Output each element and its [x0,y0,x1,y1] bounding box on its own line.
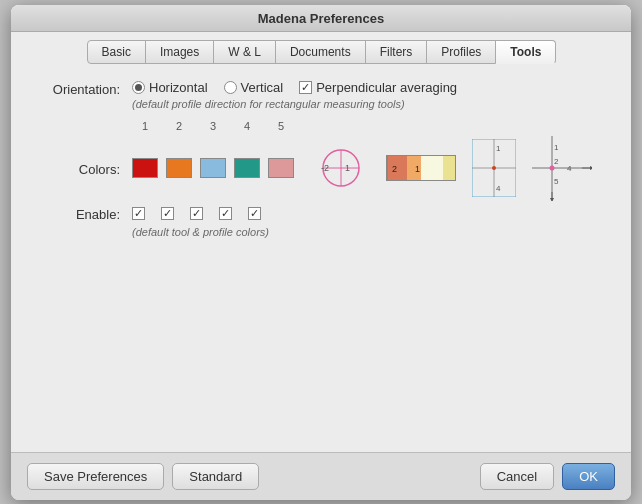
svg-text:4: 4 [496,184,501,193]
vertical-radio-circle[interactable] [224,81,237,94]
small-cross-svg: 1 4 [472,139,516,197]
bar-preview: 2 1 [386,155,456,181]
svg-text:1: 1 [554,143,559,152]
perpendicular-label: Perpendicular averaging [316,80,457,95]
colors-main: 1 2 3 4 5 [132,120,294,134]
circle-preview: -2 1 [310,143,370,193]
color-numbers-row: 1 2 3 4 5 [132,120,294,132]
color-swatch-2[interactable] [166,158,192,178]
tab-documents[interactable]: Documents [275,40,366,64]
bar-preview-svg: 2 1 [387,155,455,181]
perpendicular-checkbox[interactable]: Perpendicular averaging [299,80,457,95]
svg-text:2: 2 [554,157,559,166]
enable-checkboxes [132,207,261,220]
bottom-bar: Save Preferences Standard Cancel OK [11,452,631,500]
standard-button[interactable]: Standard [172,463,259,490]
colors-section: 1 2 3 4 5 [35,120,607,134]
previews-area: -2 1 [310,136,592,201]
window-title: Madena Preferences [258,11,384,26]
save-preferences-button[interactable]: Save Preferences [27,463,164,490]
enable-cb-5[interactable] [248,207,261,220]
svg-text:2: 2 [392,164,397,174]
color-swatches-row [132,158,294,178]
svg-marker-28 [550,198,554,201]
svg-text:-2: -2 [321,163,329,173]
orientation-section: Orientation: Horizontal Vertical [35,80,607,110]
tab-profiles[interactable]: Profiles [426,40,496,64]
colors-label: Colors: [35,160,120,177]
svg-text:5: 5 [554,177,559,186]
tab-tools[interactable]: Tools [495,40,556,64]
color-num-2: 2 [166,120,192,132]
horizontal-label: Horizontal [149,80,208,95]
svg-marker-26 [590,166,592,170]
color-swatch-1[interactable] [132,158,158,178]
svg-text:4: 4 [567,164,572,173]
svg-point-15 [492,166,496,170]
orientation-content: Horizontal Vertical Perpendicular averag… [132,80,457,110]
color-num-5: 5 [268,120,294,132]
colors-row-full: Colors: -2 [35,136,607,201]
enable-cb-2[interactable] [161,207,174,220]
circle-preview-svg: -2 1 [313,145,368,191]
tab-filters[interactable]: Filters [365,40,428,64]
color-swatch-4[interactable] [234,158,260,178]
svg-rect-9 [443,155,455,181]
small-cross-preview: 1 4 [472,139,516,197]
enable-cb-4[interactable] [219,207,232,220]
tabs-container: Basic Images W & L Documents Filters Pro… [11,32,631,64]
horizontal-radio[interactable]: Horizontal [132,80,208,95]
large-cross-svg: 1 2 5 4 [532,136,592,201]
enable-row: Enable: [35,205,607,222]
color-swatch-3[interactable] [200,158,226,178]
svg-text:1: 1 [345,163,350,173]
ok-button[interactable]: OK [562,463,615,490]
color-num-3: 3 [200,120,226,132]
tab-images[interactable]: Images [145,40,214,64]
colors-label-placeholder [35,120,120,122]
bottom-left: Save Preferences Standard [27,463,259,490]
perpendicular-checkbox-box[interactable] [299,81,312,94]
vertical-radio[interactable]: Vertical [224,80,284,95]
orientation-hint: (default profile direction for rectangul… [132,98,457,110]
cancel-button[interactable]: Cancel [480,463,554,490]
svg-point-24 [550,165,555,170]
svg-text:1: 1 [496,144,501,153]
svg-rect-8 [421,155,443,181]
color-num-4: 4 [234,120,260,132]
horizontal-radio-circle[interactable] [132,81,145,94]
orientation-row: Horizontal Vertical Perpendicular averag… [132,80,457,95]
svg-text:1: 1 [415,164,420,174]
colors-hint-area: (default tool & profile colors) [132,226,607,238]
content-area: Orientation: Horizontal Vertical [11,64,631,432]
vertical-label: Vertical [241,80,284,95]
colors-hint: (default tool & profile colors) [132,226,607,238]
enable-cb-3[interactable] [190,207,203,220]
large-cross-preview: 1 2 5 4 [532,136,592,201]
tab-wl[interactable]: W & L [213,40,276,64]
title-bar: Madena Preferences [11,5,631,32]
color-swatch-5[interactable] [268,158,294,178]
preferences-window: Madena Preferences Basic Images W & L Do… [11,5,631,500]
main-content: Orientation: Horizontal Vertical [35,80,607,420]
tab-basic[interactable]: Basic [87,40,146,64]
enable-label: Enable: [35,205,120,222]
color-num-1: 1 [132,120,158,132]
bottom-right: Cancel OK [480,463,615,490]
orientation-label: Orientation: [35,80,120,97]
enable-cb-1[interactable] [132,207,145,220]
